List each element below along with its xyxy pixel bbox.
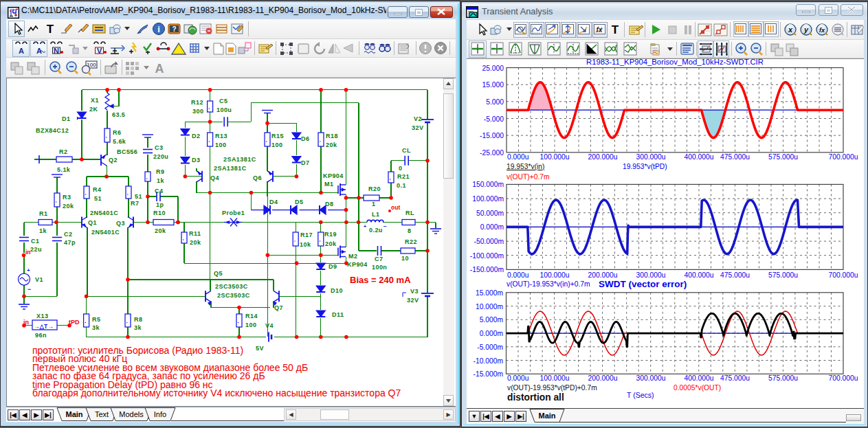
svg-text:BC556: BC556 [117,148,137,155]
svg-text:32V: 32V [412,124,423,131]
svg-text:2N5401C: 2N5401C [91,229,120,236]
svg-text:D11: D11 [332,311,344,318]
svg-text:R3: R3 [63,194,71,201]
svg-text:300.000u: 300.000u [636,374,666,382]
svg-text:300: 300 [192,108,203,115]
svg-text:R4: R4 [93,186,101,193]
svg-text:0.000u: 0.000u [507,271,529,279]
svg-text:-5.000m: -5.000m [477,343,503,351]
svg-text:R14: R14 [245,313,258,319]
svg-text:8: 8 [408,227,411,234]
svg-text:Probe1: Probe1 [222,210,245,216]
svg-text:A: A [19,47,24,55]
svg-text:700.000u: 700.000u [829,271,858,279]
svg-text:Text: Text [95,410,109,418]
svg-text:R21: R21 [397,173,410,180]
svg-text:V4: V4 [265,322,274,329]
svg-text:575.000u: 575.000u [768,271,798,279]
svg-text:400.000u: 400.000u [685,271,714,279]
svg-text:5.000m: 5.000m [480,316,503,324]
svg-text:Q4: Q4 [210,174,219,181]
svg-text:300.000u: 300.000u [636,153,666,161]
svg-text:D9: D9 [329,263,337,270]
svg-text:Main: Main [538,412,555,420]
svg-text:51: 51 [135,193,142,200]
svg-text:KP904: KP904 [347,261,368,268]
svg-text:-100.000m: -100.000m [470,252,504,260]
svg-text:?: ? [172,25,176,33]
svg-text:20k: 20k [155,227,166,234]
svg-text:tPD: tPD [69,319,80,326]
svg-text:Q1: Q1 [88,219,97,226]
svg-text:R20: R20 [368,185,381,192]
svg-text:R1983-11_KP904_Borisov_Mod_10k: R1983-11_KP904_Borisov_Mod_10kHz-SWDT.CI… [586,58,764,66]
svg-text:D5: D5 [295,199,303,205]
svg-text:D1: D1 [62,115,70,122]
svg-text:C1: C1 [31,238,39,245]
svg-text:20k: 20k [325,240,337,247]
svg-text:100: 100 [215,142,226,148]
svg-text:R22: R22 [405,238,417,245]
svg-text:1: 1 [372,201,375,207]
svg-text:X13: X13 [36,313,48,319]
svg-text:D7: D7 [301,159,309,166]
svg-text:10: 10 [401,255,409,262]
svg-text:T (Secs): T (Secs) [627,391,654,399]
svg-text:D2: D2 [192,133,200,139]
svg-text:400.000u: 400.000u [685,374,714,382]
svg-text:→△T→: →△T→ [34,323,54,330]
svg-text:V2: V2 [414,115,422,122]
svg-text:3k: 3k [134,324,142,331]
svg-text:Q3: Q3 [116,220,125,227]
svg-text:63.5: 63.5 [112,111,125,118]
svg-text:100n: 100n [372,264,387,271]
svg-text:D3: D3 [192,157,200,164]
svg-text:distortion all: distortion all [507,392,564,403]
svg-text:fx: fx [819,27,825,34]
svg-text:200.000u: 200.000u [588,153,618,161]
svg-text:Main: Main [65,410,82,418]
svg-text:-15.000m: -15.000m [473,370,503,378]
svg-text:100.000u: 100.000u [540,153,570,161]
svg-text:2SA1381C: 2SA1381C [214,165,247,172]
svg-text:700.000u: 700.000u [829,374,858,382]
svg-text:150.000m: 150.000m [472,181,504,188]
svg-text:575.000u: 575.000u [768,374,798,382]
svg-text:100: 100 [245,322,256,328]
svg-text:100u: 100u [216,106,232,113]
svg-text:R8: R8 [134,316,142,323]
svg-text:2K: 2K [89,106,98,113]
svg-text:R1: R1 [39,210,47,217]
svg-text:400.000u: 400.000u [685,153,714,161]
svg-text:fx: fx [597,26,603,34]
svg-text:475.000u: 475.000u [720,153,750,161]
svg-text:v(OUT)-19.953*v(in)+0.7m: v(OUT)-19.953*v(in)+0.7m [507,280,590,288]
svg-text:51: 51 [94,195,102,202]
svg-text:KP904: KP904 [323,172,344,179]
svg-text:2N5401C: 2N5401C [90,210,118,216]
svg-text:T: T [612,23,619,36]
svg-text:5V: 5V [256,345,264,352]
svg-text:in: in [23,319,29,326]
svg-text:-150.000m: -150.000m [470,266,504,273]
svg-text:A: A [155,62,164,76]
svg-text:5.6k: 5.6k [113,138,126,145]
svg-text:2SC3503C: 2SC3503C [215,283,248,290]
svg-text:47p: 47p [64,239,76,246]
svg-text:R10: R10 [153,210,166,216]
svg-text:C4: C4 [155,188,163,194]
svg-text:19.953*v(in): 19.953*v(in) [507,163,545,170]
svg-text:−: − [27,286,31,293]
svg-text:0: 0 [399,165,402,172]
svg-text:R17: R17 [300,232,313,238]
svg-text:R18: R18 [326,133,338,139]
svg-text:-50.000m: -50.000m [474,238,504,245]
svg-text:X1: X1 [91,97,99,104]
svg-text:i: i [157,24,160,34]
svg-text:100.000m: 100.000m [472,195,504,203]
svg-text:D10: D10 [331,287,343,294]
svg-text:+: + [27,267,30,273]
svg-text:SWDT (vector error): SWDT (vector error) [599,279,687,289]
svg-text:96n: 96n [35,332,47,339]
svg-text:20k: 20k [190,239,201,246]
